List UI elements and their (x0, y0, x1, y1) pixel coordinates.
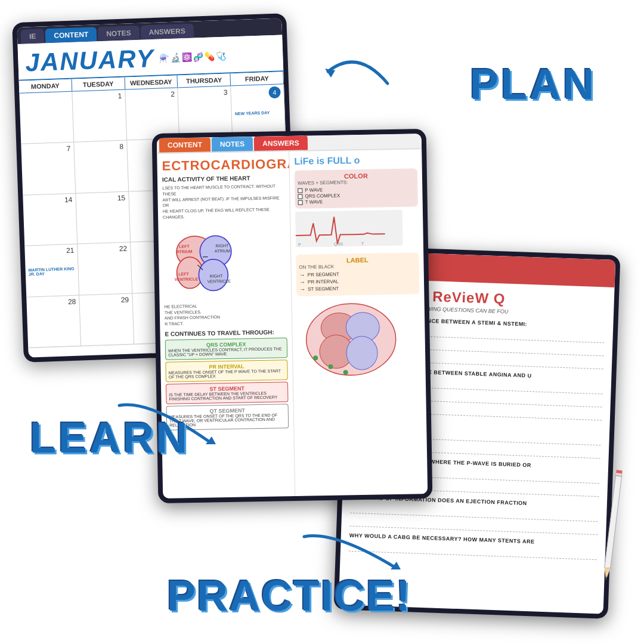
heart-diagram-2 (297, 300, 405, 379)
qrs-text: WHEN THE VENTRICLES CONTRACT, IT PRODUCE… (168, 346, 284, 357)
label-pr-int: PR INTERVAL (308, 279, 339, 285)
svg-rect-14 (295, 210, 403, 247)
cal-cell: 7 (21, 143, 76, 195)
pr-text: MEASURES THE ONSET OF THE P WAVE TO THE … (169, 369, 285, 379)
cal-cell (19, 92, 74, 144)
tab-answers[interactable]: ANSWERS (140, 24, 194, 40)
tab-content[interactable]: CONTENT (45, 27, 97, 43)
cal-cell: 8 (74, 141, 129, 193)
cal-cell: 14 (23, 193, 78, 246)
svg-line-28 (606, 577, 606, 580)
svg-text:QRS: QRS (334, 242, 343, 246)
day-wednesday: WEDNESDAY (125, 76, 178, 89)
ecg-title: ECTROCARDIOGRAM (162, 156, 284, 174)
cal-cell: 15 (76, 191, 131, 244)
svg-text:RIGHT: RIGHT (215, 243, 229, 247)
day-friday: FRIDAY (231, 72, 284, 85)
notes-right-panel: LiFe is FULL o COLOR WAVES + SEGMENTS: P… (289, 149, 428, 496)
heart-diagram: LEFT ATRIUM RIGHT ATRIUM LEFT VENTRICLE … (163, 222, 247, 301)
month-title: JANUARY (25, 44, 155, 78)
label-practice: PRACTiCE! (167, 571, 411, 620)
color-dot-p (298, 188, 302, 193)
ecg-path-label: E CONTINUES TO TRAVEL THROUGH: (165, 329, 287, 338)
label-pr-seg: PR SEGMENT (308, 272, 339, 278)
day-monday: MONDAY (19, 79, 72, 93)
color-dot-t (298, 200, 303, 205)
ecg-electrical-text: HE ELECTRICAL THE VENTRICLES. AND FINISH… (165, 302, 287, 327)
day-thursday: THURSDAY (178, 73, 231, 87)
svg-text:ATRIUM: ATRIUM (177, 249, 193, 253)
notes-tab-answers[interactable]: ANSWERS (254, 136, 308, 151)
svg-text:ATRIUM: ATRIUM (215, 249, 231, 253)
label-item-st-seg: → ST SEGMENT (299, 284, 416, 292)
qrs-box: QRS COMPLEX WHEN THE VENTRICLES CONTRACT… (165, 338, 288, 360)
day-tuesday: TUESDAY (72, 78, 125, 91)
cal-cell: 28 (26, 295, 81, 348)
dna-icon: 🧬 (193, 52, 203, 62)
pr-box: PR INTERVAL MEASURES THE ONSET OF THE P … (165, 360, 288, 382)
color-label-qrs: QRS COMPLEX (305, 193, 340, 199)
cal-cell: 22 (78, 243, 132, 295)
cal-cell: 1 (72, 90, 127, 143)
ecg-waveform-diagram: P QRS T (295, 210, 403, 247)
calendar-icons: ⚗️ 🔬 ⚛️ 🧬 💊 🩺 (159, 51, 225, 63)
cal-cell: 4NEW YEARS DAY (231, 84, 286, 137)
notes-tab-notes[interactable]: NOTES (212, 137, 253, 151)
color-label-p: P WAVE (305, 187, 323, 193)
notes-tab-content[interactable]: CONTENT (159, 137, 210, 152)
life-title: LiFe is FULL o (294, 154, 417, 167)
label-learn: LEARN (30, 413, 190, 462)
ecg-intro-text: LSES TO THE HEART MUSCLE TO CONTRACT. WI… (162, 183, 285, 220)
microscope-icon: 🔬 (170, 52, 181, 63)
svg-text:P: P (298, 243, 301, 247)
pill-icon: 💊 (204, 51, 215, 61)
ecg-subtitle: ICAL ACTIVITY OF THE HEART (162, 174, 284, 183)
cal-cell: 3 (178, 86, 233, 138)
tab-notes[interactable]: NOTES (98, 26, 140, 41)
color-label-t: T WAVE (305, 199, 323, 205)
tab-ie[interactable]: IE (21, 29, 45, 44)
label-st-seg: ST SEGMENT (308, 286, 339, 292)
label-section: LABEL ON THE BLACK → PR SEGMENT → PR INT… (296, 252, 419, 296)
color-section: COLOR WAVES + SEGMENTS: P WAVE QRS COMPL… (295, 168, 418, 209)
svg-marker-32 (325, 69, 335, 78)
arrow-plan-to-calendar (298, 36, 417, 107)
svg-point-22 (346, 336, 378, 370)
color-dot-qrs (298, 194, 302, 199)
scene: IE CONTENT NOTES ANSWERS JANUARY ⚗️ 🔬 ⚛️… (0, 0, 644, 644)
atom-icon: ⚛️ (181, 52, 192, 63)
svg-text:VENTRICLE: VENTRICLE (208, 279, 231, 284)
svg-text:VENTRICLE: VENTRICLE (174, 277, 198, 281)
svg-marker-27 (603, 568, 610, 580)
cal-cell-mlk: 21MARTIN LUTHER KING JR. DAY (24, 244, 79, 297)
cal-cell: 29 (79, 293, 134, 346)
svg-text:LEFT: LEFT (179, 244, 190, 248)
svg-text:LEFT: LEFT (178, 272, 189, 276)
svg-text:RIGHT: RIGHT (210, 274, 224, 278)
stethoscope-icon: 🩺 (215, 51, 226, 61)
flask-icon: ⚗️ (159, 53, 169, 63)
label-plan: PLAN (470, 60, 596, 109)
